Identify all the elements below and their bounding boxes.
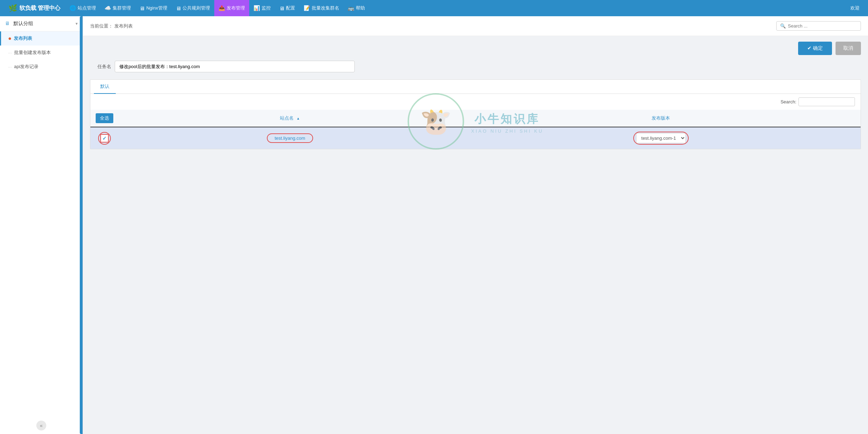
nav-btn-config[interactable]: 🖥 配置 xyxy=(275,0,299,16)
nav-label-cluster-mgmt: 集群管理 xyxy=(113,5,131,11)
nav-label-batch-rename: 批量改集群名 xyxy=(312,5,339,11)
sidebar-item-publish-list[interactable]: ● 发布列表 xyxy=(0,31,83,46)
nav-label-nginx-mgmt: Nginx管理 xyxy=(146,5,167,11)
globe-icon: 🌐 xyxy=(70,5,76,11)
sidebar-item-api-publish[interactable]: ··· api发布记录 xyxy=(0,60,83,74)
nav-btn-nginx-mgmt[interactable]: 🖥 Nginx管理 xyxy=(135,0,171,16)
table-header-row: 全选 站点名 ▲ 发布版本 xyxy=(90,110,861,127)
rules-icon: 🖥 xyxy=(176,5,181,11)
nav-btn-rules-mgmt[interactable]: 🖥 公共规则管理 xyxy=(172,0,214,16)
checkbox-cell[interactable] xyxy=(95,132,114,145)
brand: 🌿 软负载 管理中心 xyxy=(4,4,65,12)
sidebar-label-api-publish: api发布记录 xyxy=(14,64,38,70)
select-all-button[interactable]: 全选 xyxy=(96,113,113,123)
nav-label-publish-mgmt: 发布管理 xyxy=(227,5,245,11)
brand-title: 软负载 管理中心 xyxy=(19,5,60,12)
col-header-publish-version: 发布版本 xyxy=(461,110,861,127)
main-layout: 🖥 默认分组 ▾ ● 发布列表 ··· 批量创建发布版本 ··· api发布记录… xyxy=(0,16,868,434)
select-all-label: 全选 xyxy=(100,115,109,121)
nav-btn-monitor[interactable]: 📊 监控 xyxy=(249,0,275,16)
cell-version[interactable]: test.liyang.com-1 xyxy=(461,127,861,149)
col-publish-version-label: 发布版本 xyxy=(652,115,670,121)
monitor-icon: 🖥 xyxy=(139,5,145,11)
cancel-button[interactable]: 取消 xyxy=(836,42,861,55)
col-header-select[interactable]: 全选 xyxy=(90,110,119,127)
search-input[interactable] xyxy=(788,23,857,29)
cancel-label: 取消 xyxy=(843,45,853,51)
nav-btn-batch-rename[interactable]: 📝 批量改集群名 xyxy=(299,0,343,16)
sidebar-group-header[interactable]: 🖥 默认分组 ▾ xyxy=(0,16,83,31)
sidebar-group-label: 默认分组 xyxy=(13,20,33,26)
chart-icon: 📊 xyxy=(253,5,260,11)
sidebar: 🖥 默认分组 ▾ ● 发布列表 ··· 批量创建发布版本 ··· api发布记录… xyxy=(0,16,83,434)
content-area: 当前位置： 发布列表 🔍 ✔ 确定 取消 任务名 xyxy=(83,16,868,434)
nav-btn-site-mgmt[interactable]: 🌐 站点管理 xyxy=(65,0,100,16)
leaf-icon: 🌿 xyxy=(8,4,17,12)
sidebar-item-batch-create[interactable]: ··· 批量创建发布版本 xyxy=(0,46,83,60)
cloud-icon: ☁️ xyxy=(104,5,111,11)
checkbox[interactable] xyxy=(100,134,109,143)
cell-checkbox[interactable] xyxy=(90,127,119,149)
nav-label-help: 帮助 xyxy=(356,5,365,11)
site-name-value: test.liyang.com xyxy=(267,133,313,143)
col-site-name-label: 站点名 xyxy=(280,115,294,121)
dot-icon-publish-list: ● xyxy=(8,35,12,42)
confirm-label: ✔ 确定 xyxy=(807,45,823,52)
table-search-input[interactable] xyxy=(798,97,855,106)
col-header-site-name[interactable]: 站点名 ▲ xyxy=(119,110,461,127)
sidebar-label-batch-create: 批量创建发布版本 xyxy=(14,49,51,56)
top-nav: 🌿 软负载 管理中心 🌐 站点管理 ☁️ 集群管理 🖥 Nginx管理 🖥 公共… xyxy=(0,0,868,16)
sidebar-label-publish-list: 发布列表 xyxy=(14,35,32,42)
config-icon: 🖥 xyxy=(279,5,285,11)
active-indicator xyxy=(80,16,83,434)
search-icon: 🔍 xyxy=(780,23,786,29)
nav-label-rules-mgmt: 公共规则管理 xyxy=(182,5,210,11)
nav-btn-cluster-mgmt[interactable]: ☁️ 集群管理 xyxy=(100,0,135,16)
bus-icon: 🚌 xyxy=(348,5,354,11)
sort-icon: ▲ xyxy=(297,116,300,120)
nav-btn-help[interactable]: 🚌 帮助 xyxy=(343,0,369,16)
confirm-button[interactable]: ✔ 确定 xyxy=(798,42,832,55)
table-tabs: 默认 xyxy=(90,80,861,94)
nav-label-config: 配置 xyxy=(286,5,295,11)
data-table: 全选 站点名 ▲ 发布版本 xyxy=(90,110,861,149)
task-name-label: 任务名 xyxy=(90,64,111,70)
welcome-text: 欢迎 xyxy=(845,5,864,11)
table-row: test.liyang.com test.liyang.com-1 xyxy=(90,127,861,149)
sidebar-group-icon: 🖥 xyxy=(5,20,10,26)
collapse-icon: « xyxy=(40,423,43,428)
action-bar: ✔ 确定 取消 xyxy=(83,36,868,61)
tab-default[interactable]: 默认 xyxy=(94,80,116,94)
edit-icon: 📝 xyxy=(304,5,310,11)
task-name-input[interactable] xyxy=(115,61,355,72)
nav-label-monitor: 监控 xyxy=(262,5,271,11)
search-box[interactable]: 🔍 xyxy=(776,21,861,31)
table-search-label: Search: xyxy=(780,99,796,104)
publish-icon: 📤 xyxy=(219,5,225,11)
version-select-wrapper: test.liyang.com-1 xyxy=(633,132,689,145)
chevron-down-icon: ▾ xyxy=(76,21,78,26)
form-section: 任务名 xyxy=(83,61,868,72)
task-name-row: 任务名 xyxy=(90,61,861,72)
breadcrumb-path: 发布列表 xyxy=(114,23,133,29)
nav-label-site-mgmt: 站点管理 xyxy=(78,5,96,11)
sidebar-collapse-button[interactable]: « xyxy=(36,421,46,430)
version-select[interactable]: test.liyang.com-1 xyxy=(636,133,686,143)
breadcrumb-prefix: 当前位置： xyxy=(90,23,113,29)
table-search-row: Search: xyxy=(90,94,861,110)
breadcrumb: 当前位置： 发布列表 xyxy=(90,23,133,29)
tab-default-label: 默认 xyxy=(100,84,109,89)
nav-btn-publish-mgmt[interactable]: 📤 发布管理 xyxy=(214,0,249,16)
cell-site-name: test.liyang.com xyxy=(119,127,461,149)
table-content-wrapper: 🐮 小牛知识库 XIAO NIU ZHI SHI KU Search: xyxy=(90,94,861,149)
breadcrumb-bar: 当前位置： 发布列表 🔍 xyxy=(83,16,868,36)
table-panel: 默认 🐮 小牛知识库 XIAO NIU ZHI SHI KU xyxy=(90,79,861,149)
